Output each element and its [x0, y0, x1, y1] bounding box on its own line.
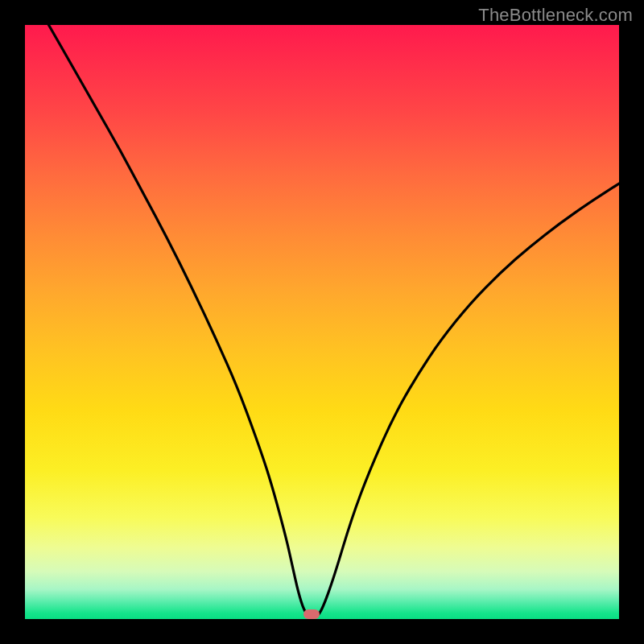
watermark-text: TheBottleneck.com [478, 5, 633, 26]
chart-frame: TheBottleneck.com [0, 0, 644, 644]
bottleneck-curve [25, 25, 619, 619]
minimum-marker [303, 609, 320, 619]
plot-area [25, 25, 619, 619]
